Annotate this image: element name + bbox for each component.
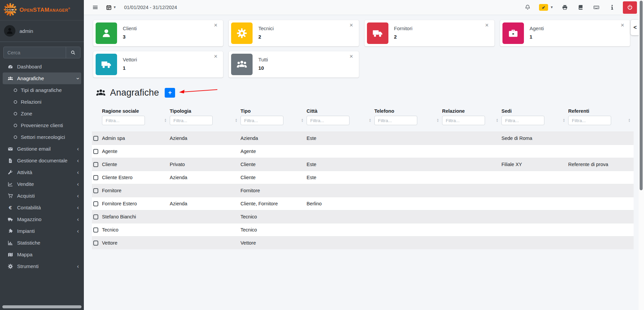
table-row-cliente[interactable]: ClientePrivatoClienteEsteFiliale XYRefer…	[92, 158, 634, 171]
widget-card-tecnici[interactable]: Tecnici2×	[229, 20, 359, 46]
column-header-citta[interactable]: Città	[307, 108, 374, 116]
row-checkbox[interactable]	[93, 149, 98, 154]
filter-input-ragione-sociale[interactable]	[102, 116, 145, 125]
row-checkbox[interactable]	[93, 188, 98, 193]
filter-input-referenti[interactable]	[568, 116, 611, 125]
row-checkbox[interactable]	[93, 227, 98, 232]
period-picker-button[interactable]: ▼	[106, 5, 116, 10]
card-close-button[interactable]: ×	[347, 22, 355, 29]
column-header-ragione-sociale[interactable]: Ragione sociale	[102, 108, 170, 116]
print-button[interactable]	[560, 3, 569, 12]
cell-citta: Este	[307, 171, 374, 184]
table-row-fornitore-estero[interactable]: Fornitore EsteroAziendaCliente, Fornitor…	[92, 197, 634, 210]
table-row-agente[interactable]: AgenteAgente	[92, 145, 634, 158]
add-record-button[interactable]: +	[165, 88, 175, 98]
sort-icon[interactable]: ▲▼	[369, 118, 371, 123]
docs-button[interactable]	[576, 3, 585, 12]
cell-tipologia: Privato	[170, 158, 240, 171]
sort-icon[interactable]: ▲▼	[164, 118, 167, 123]
row-checkbox[interactable]	[93, 136, 98, 141]
filter-input-telefono[interactable]	[374, 116, 417, 125]
column-header-sedi[interactable]: Sedi	[501, 108, 568, 116]
sidebar-toggle-button[interactable]	[91, 3, 100, 12]
widget-card-tutti[interactable]: Tutti10×	[229, 51, 359, 78]
sort-icon[interactable]: ▲▼	[628, 118, 631, 123]
cell-relazione	[442, 237, 501, 250]
logout-button[interactable]	[623, 1, 637, 14]
filter-input-sedi[interactable]	[501, 116, 544, 125]
sidebar-horizontal-scrollbar[interactable]	[2, 305, 82, 308]
sidebar-item-label: Contabilità	[17, 205, 77, 210]
user-name[interactable]: admin	[19, 28, 33, 34]
sidebar-item-magazzino[interactable]: Magazzino‹	[0, 213, 84, 225]
sort-icon[interactable]: ▲▼	[235, 118, 237, 123]
sidebar-item-acquisti[interactable]: Acquisti‹	[0, 190, 84, 202]
briefcase-icon	[502, 22, 524, 44]
caret-down-icon: ▼	[113, 6, 116, 9]
row-checkbox[interactable]	[93, 214, 98, 219]
sidebar-item-anagrafiche[interactable]: Anagrafiche‹	[3, 72, 81, 84]
table-row-tecnico[interactable]: TecnicoTecnico	[92, 223, 634, 237]
sidebar-item-settori-merceologici[interactable]: Settori merceologici	[0, 131, 84, 143]
card-close-button[interactable]: ×	[347, 53, 355, 60]
widget-card-clienti[interactable]: Clienti3×	[93, 20, 223, 46]
widget-card-count: 10	[258, 65, 268, 71]
sort-icon[interactable]: ▲▼	[496, 118, 498, 123]
table-row-stefano-bianchi[interactable]: Stefano BianchiTecnico	[92, 210, 634, 223]
chartline-icon	[7, 182, 14, 187]
filter-input-tipo[interactable]	[240, 116, 283, 125]
filter-input-tipologia[interactable]	[170, 116, 213, 125]
column-header-relazione[interactable]: Relazione	[442, 108, 501, 116]
widgets-collapse-button[interactable]: <	[631, 20, 640, 35]
column-header-referenti[interactable]: Referenti	[568, 108, 634, 116]
sidebar-item-contabilita[interactable]: €Contabilità‹	[0, 202, 84, 213]
row-checkbox[interactable]	[93, 201, 98, 206]
date-range-label[interactable]: 01/01/2024 - 31/12/2024	[124, 5, 177, 10]
brand-link[interactable]: OSM OpenSTAManager®	[0, 0, 84, 20]
status-dropdown-button[interactable]: ✔ ▼	[539, 4, 553, 11]
shortcuts-button[interactable]	[592, 3, 601, 12]
sidebar-item-provenienze-clienti[interactable]: Provenienze clienti	[0, 119, 84, 131]
notifications-button[interactable]	[523, 3, 532, 12]
sidebar-item-tipi-di-anagrafiche[interactable]: Tipi di anagrafiche	[0, 84, 84, 96]
row-checkbox[interactable]	[93, 162, 98, 167]
table-row-fornitore[interactable]: FornitoreFornitore	[92, 184, 634, 197]
table-row-vettore[interactable]: VettoreVettore	[92, 237, 634, 250]
sort-icon[interactable]: ▲▼	[301, 118, 304, 123]
card-close-button[interactable]: ×	[212, 53, 220, 60]
page-scrollbar-thumb[interactable]	[640, 1, 643, 190]
widget-card-agenti[interactable]: Agenti1×	[500, 20, 630, 46]
sidebar-item-gestione-email[interactable]: Gestione email‹	[0, 143, 84, 155]
sidebar-item-attivita[interactable]: Attività‹	[0, 166, 84, 178]
column-header-telefono[interactable]: Telefono	[374, 108, 442, 116]
table-row-cliente-estero[interactable]: Cliente EsteroAziendaClienteEste	[92, 171, 634, 184]
card-close-button[interactable]: ×	[619, 22, 626, 29]
column-header-tipologia[interactable]: Tipologia	[170, 108, 240, 116]
sidebar-item-dashboard[interactable]: Dashboard	[0, 61, 84, 72]
card-close-button[interactable]: ×	[212, 22, 220, 29]
row-checkbox[interactable]	[93, 175, 98, 180]
search-input[interactable]	[4, 47, 66, 58]
filter-input-citta[interactable]	[307, 116, 350, 125]
sidebar-item-vendite[interactable]: Vendite‹	[0, 178, 84, 190]
sidebar-item-gestione-documentale[interactable]: Gestione documentale‹	[0, 155, 84, 166]
filter-input-relazione[interactable]	[442, 116, 485, 125]
widget-card-vettori[interactable]: Vettori1×	[93, 51, 223, 78]
sidebar-item-impianti[interactable]: Impianti‹	[0, 225, 84, 237]
chevron-down-icon: ‹	[74, 78, 80, 79]
sidebar-item-statistiche[interactable]: Statistiche	[0, 237, 84, 249]
card-close-button[interactable]: ×	[483, 22, 491, 29]
sidebar-item-mappa[interactable]: Mappa	[0, 249, 84, 260]
widget-card-fornitori[interactable]: Fornitori2×	[365, 20, 494, 46]
bell-icon	[525, 4, 531, 10]
sidebar-item-strumenti[interactable]: Strumenti‹	[0, 260, 84, 272]
sidebar-item-relazioni[interactable]: Relazioni	[0, 96, 84, 108]
search-button[interactable]	[66, 47, 80, 58]
table-row-admin-spa[interactable]: Admin spaAziendaAziendaEsteSede di Roma	[92, 132, 634, 145]
sidebar-item-zone[interactable]: Zone	[0, 108, 84, 119]
row-checkbox[interactable]	[93, 241, 98, 246]
column-header-tipo[interactable]: Tipo	[240, 108, 307, 116]
sort-icon[interactable]: ▲▼	[563, 118, 565, 123]
info-button[interactable]	[608, 3, 616, 12]
sort-icon[interactable]: ▲▼	[437, 118, 439, 123]
